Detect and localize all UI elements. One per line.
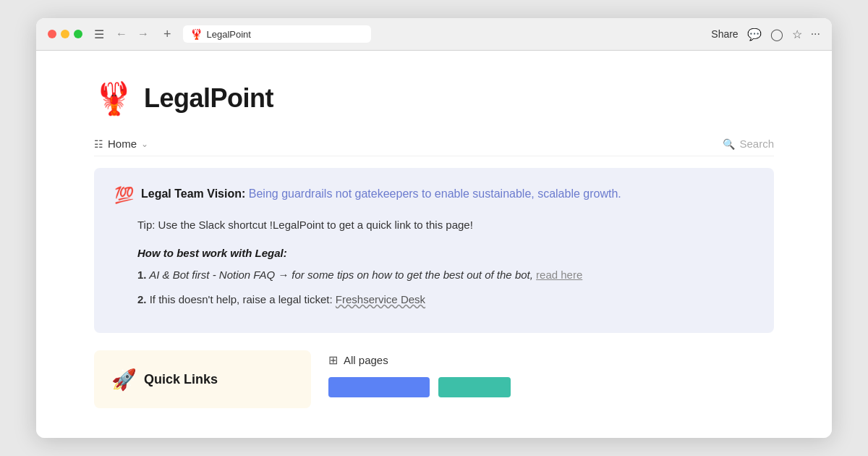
vision-header: 💯 Legal Team Vision: Being guardrails no… — [114, 185, 754, 205]
page-header: 🦞 LegalPoint — [94, 51, 774, 132]
star-icon[interactable]: ☆ — [792, 28, 802, 41]
freshservice-link[interactable]: Freshservice Desk — [336, 293, 425, 305]
numbered-item-2: 2. If this doesn't help, raise a legal t… — [137, 291, 754, 308]
page-nav: ☷ Home ⌄ 🔍 Search — [94, 132, 774, 156]
search-label: Search — [739, 138, 774, 150]
read-here-link[interactable]: read here — [536, 269, 582, 281]
all-pages-label: All pages — [344, 354, 388, 366]
item2-text: If this doesn't help, raise a legal tick… — [147, 293, 336, 305]
close-button[interactable] — [48, 30, 56, 38]
all-pages-header: ⊞ All pages — [328, 353, 774, 367]
vision-callout: 💯 Legal Team Vision: Being guardrails no… — [94, 168, 774, 333]
vision-emoji: 💯 — [114, 186, 134, 205]
vision-body: Tip: Use the Slack shortcut !LegalPoint … — [114, 216, 754, 308]
pages-row — [328, 377, 774, 397]
chat-icon[interactable]: 💬 — [747, 28, 762, 41]
new-tab-button[interactable]: + — [161, 27, 174, 42]
browser-chrome: ☰ ← → + 🦞 LegalPoint Share 💬 ◯ ☆ ··· — [36, 18, 832, 51]
chrome-actions: Share 💬 ◯ ☆ ··· — [711, 28, 820, 41]
item1-text: AI & Bot first - Notion FAQ → for some t… — [147, 269, 537, 281]
tab-info: 🦞 LegalPoint — [183, 25, 371, 43]
search-icon: 🔍 — [723, 138, 735, 150]
back-button[interactable]: ← — [113, 26, 130, 42]
quick-links-emoji: 🚀 — [111, 368, 137, 392]
home-label: Home — [108, 138, 137, 150]
minimize-button[interactable] — [61, 30, 69, 38]
more-icon[interactable]: ··· — [811, 28, 820, 41]
browser-window: ☰ ← → + 🦞 LegalPoint Share 💬 ◯ ☆ ··· 🦞 L… — [36, 18, 832, 438]
tab-title: LegalPoint — [207, 29, 251, 40]
page-content: 🦞 LegalPoint ☷ Home ⌄ 🔍 Search 💯 Legal T… — [36, 51, 832, 438]
nav-arrows: ← → — [113, 26, 152, 42]
vision-prefix: Legal Team Vision: — [141, 187, 249, 200]
numbered-item-1: 1. AI & Bot first - Notion FAQ → for som… — [137, 266, 754, 284]
traffic-lights — [48, 30, 82, 38]
clock-icon[interactable]: ◯ — [770, 28, 783, 41]
search-area[interactable]: 🔍 Search — [723, 138, 774, 150]
quick-links-title: Quick Links — [144, 372, 218, 387]
item1-number: 1. — [137, 269, 147, 281]
vision-text: Legal Team Vision: Being guardrails not … — [141, 185, 621, 203]
item2-number: 2. — [137, 293, 147, 305]
list-icon: ☷ — [94, 138, 103, 150]
all-pages-section: ⊞ All pages — [328, 350, 774, 397]
maximize-button[interactable] — [74, 30, 82, 38]
page-title: LegalPoint — [144, 83, 273, 114]
tip-text: Tip: Use the Slack shortcut !LegalPoint … — [137, 216, 754, 234]
chevron-down-icon: ⌄ — [141, 139, 148, 149]
how-to-title: How to best work with Legal: — [137, 247, 754, 259]
page-pill-blue[interactable] — [328, 377, 430, 397]
page-header-emoji: 🦞 — [94, 80, 134, 117]
bottom-section: 🚀 Quick Links ⊞ All pages — [94, 350, 774, 408]
grid-icon: ⊞ — [328, 353, 338, 367]
forward-button[interactable]: → — [135, 26, 152, 42]
tab-emoji: 🦞 — [190, 28, 203, 40]
menu-icon[interactable]: ☰ — [94, 28, 104, 41]
quick-links-card[interactable]: 🚀 Quick Links — [94, 350, 311, 408]
page-pill-teal[interactable] — [438, 377, 511, 397]
home-nav-item[interactable]: ☷ Home ⌄ — [94, 138, 148, 150]
share-button[interactable]: Share — [711, 28, 738, 40]
vision-highlighted: Being guardrails not gatekeepers to enab… — [249, 187, 621, 200]
